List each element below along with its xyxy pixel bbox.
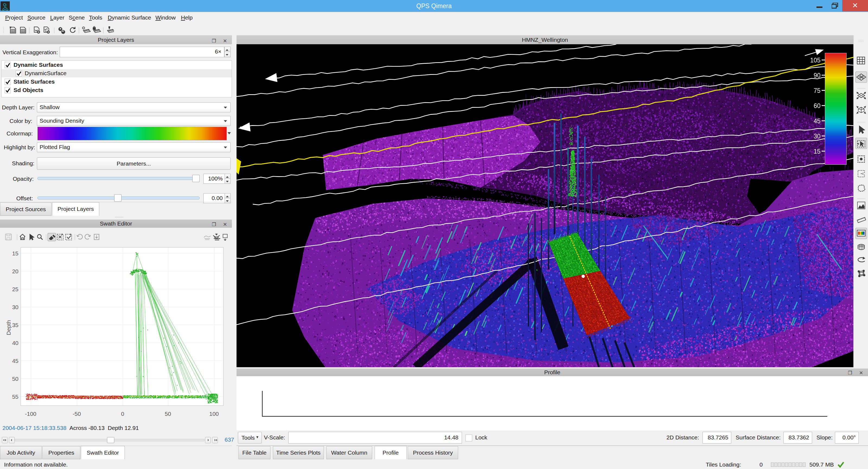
svg-text:Q: Q bbox=[3, 2, 6, 7]
svg-text:i: i bbox=[6, 3, 7, 6]
